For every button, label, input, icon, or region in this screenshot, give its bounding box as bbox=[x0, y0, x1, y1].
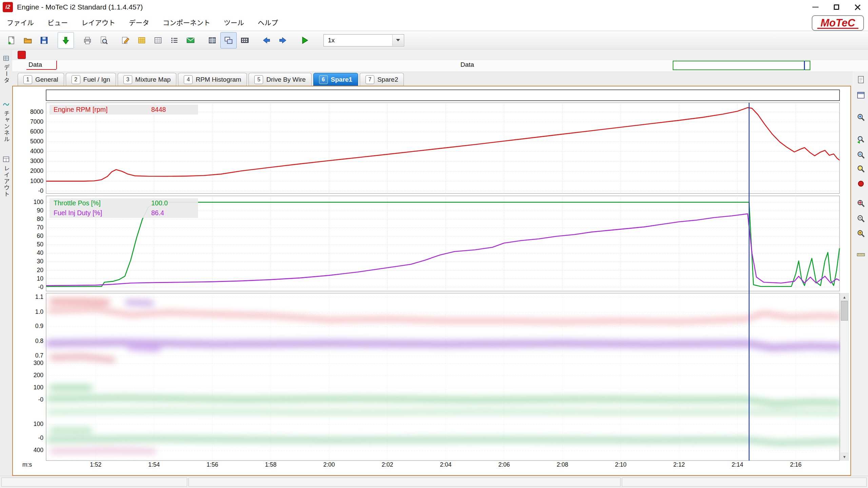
zoom-highlight-icon bbox=[856, 164, 865, 173]
tab-label: Spare2 bbox=[377, 76, 398, 83]
list-view-button[interactable] bbox=[166, 32, 182, 48]
close-button[interactable] bbox=[847, 0, 868, 14]
app-window: i2 Engine - MoTeC i2 Standard (1.1.4.457… bbox=[0, 0, 868, 488]
menu-components[interactable]: コンポーネント bbox=[156, 14, 217, 30]
sidebar-item-label: チャンネル bbox=[2, 110, 11, 143]
measure-button[interactable] bbox=[854, 248, 867, 261]
play-button[interactable] bbox=[296, 32, 313, 48]
y-axis-tick-label: 70 bbox=[14, 224, 43, 231]
fuel-duty-channel-label: Fuel Inj Duty [%] bbox=[50, 209, 151, 217]
zoom-minus-button[interactable] bbox=[854, 212, 867, 225]
menu-view[interactable]: ビュー bbox=[41, 14, 75, 30]
measure-icon bbox=[856, 250, 865, 259]
tab-number-badge: 1 bbox=[23, 75, 32, 84]
sidebar-item-data[interactable]: データ bbox=[0, 55, 12, 84]
playback-speed-select[interactable]: 1x bbox=[323, 34, 404, 46]
blurred-charts-plot-area[interactable] bbox=[46, 293, 840, 461]
windows-layout-icon bbox=[224, 36, 233, 45]
menu-layout[interactable]: レイアウト bbox=[75, 14, 122, 30]
y-axis-tick-label: 7000 bbox=[14, 118, 43, 125]
zoom-out-button[interactable] bbox=[854, 148, 867, 161]
zoom-search-button[interactable] bbox=[854, 227, 867, 240]
nav-forward-button[interactable] bbox=[275, 32, 291, 48]
y-axis-tick-label: 1.0 bbox=[14, 308, 43, 316]
sidebar-item-layout[interactable]: レイアウト bbox=[0, 156, 12, 198]
window-pane-button[interactable] bbox=[854, 89, 867, 102]
toolbar-separator bbox=[52, 33, 58, 48]
status-cell-left bbox=[1, 477, 187, 487]
window-controls bbox=[805, 0, 868, 14]
export-data-button[interactable] bbox=[58, 32, 74, 48]
window-pane-icon bbox=[856, 91, 865, 100]
sidebar-item-label: レイアウト bbox=[2, 165, 11, 198]
scroll-down-icon[interactable]: ▼ bbox=[841, 453, 848, 460]
windows-layout-button[interactable] bbox=[220, 32, 237, 48]
overview-strip[interactable] bbox=[46, 90, 840, 101]
scroll-up-icon[interactable]: ▲ bbox=[841, 293, 848, 301]
dropdown-arrow-icon[interactable] bbox=[392, 35, 403, 46]
edit-button[interactable] bbox=[117, 32, 134, 48]
zoom-highlight-button[interactable] bbox=[854, 162, 867, 175]
zoom-cursor-button[interactable] bbox=[854, 197, 867, 210]
right-pane-title: Data bbox=[460, 61, 474, 68]
tab-fuel-ign[interactable]: 2Fuel / Ign bbox=[66, 73, 116, 86]
menu-help[interactable]: ヘルプ bbox=[251, 14, 285, 30]
tab-rpm-histogram[interactable]: 4RPM Histogram bbox=[178, 73, 247, 86]
y-axis-tick-label: 30 bbox=[14, 258, 43, 265]
bookmark-icon[interactable] bbox=[18, 51, 26, 59]
throttle-fuel-legend: Throttle Pos [%] 100.0 Fuel Inj Duty [%]… bbox=[50, 198, 198, 218]
open-folder-button[interactable] bbox=[20, 32, 36, 48]
time-axis-unit: m:s bbox=[22, 461, 32, 468]
zoom-back-button[interactable] bbox=[854, 133, 867, 146]
toolbar-separator bbox=[199, 33, 204, 48]
filmstrip-icon bbox=[240, 36, 250, 45]
vertical-scrollbar[interactable]: ▲ ▼ bbox=[840, 293, 849, 461]
print-preview-button[interactable] bbox=[96, 32, 112, 48]
blurred-trace bbox=[52, 302, 107, 303]
notes-icon bbox=[856, 75, 865, 84]
menu-file[interactable]: ファイル bbox=[0, 14, 41, 30]
edit-icon bbox=[121, 36, 130, 45]
time-axis-tick-label: 1:58 bbox=[255, 461, 286, 468]
time-axis-tick-label: 2:06 bbox=[489, 461, 519, 468]
left-sidebar: データチャンネルレイアウト bbox=[0, 50, 13, 475]
nav-back-button[interactable] bbox=[258, 32, 275, 48]
wave-icon bbox=[2, 101, 10, 108]
table-dark-button[interactable] bbox=[204, 32, 220, 48]
tab-general[interactable]: 1General bbox=[18, 73, 64, 86]
tab-spare2[interactable]: 7Spare2 bbox=[360, 73, 404, 86]
rpm-legend: Engine RPM [rpm] 8448 bbox=[50, 105, 198, 115]
save-icon bbox=[39, 36, 49, 45]
chart-workspace: Engine RPM [rpm] 8448 Throttle Pos [%] 1… bbox=[12, 86, 851, 476]
values-table-button[interactable] bbox=[134, 32, 150, 48]
restore-button[interactable] bbox=[826, 0, 847, 14]
notes-button[interactable] bbox=[854, 73, 867, 86]
tab-drive-by-wire[interactable]: 5Drive By Wire bbox=[249, 73, 311, 86]
tab-mixture-map[interactable]: 3Mixture Map bbox=[118, 73, 177, 86]
mail-button[interactable] bbox=[182, 32, 199, 48]
print-button[interactable] bbox=[79, 32, 96, 48]
zoom-in-button[interactable] bbox=[854, 111, 867, 124]
record-button[interactable] bbox=[854, 177, 867, 190]
save-button[interactable] bbox=[36, 32, 52, 48]
tab-spare1[interactable]: 6Spare1 bbox=[313, 73, 358, 86]
menu-data[interactable]: データ bbox=[122, 14, 156, 30]
minimize-button[interactable] bbox=[805, 0, 826, 14]
sidebar-item-channels[interactable]: チャンネル bbox=[0, 101, 12, 143]
grid-view-button[interactable] bbox=[150, 32, 166, 48]
zoom-back-icon bbox=[856, 135, 865, 144]
y-axis-tick-label: 5000 bbox=[14, 138, 43, 145]
tab-label: Fuel / Ign bbox=[83, 76, 110, 83]
window-title: Engine - MoTeC i2 Standard (1.1.4.457) bbox=[17, 3, 143, 11]
data-range-selector[interactable] bbox=[673, 61, 810, 70]
y-axis-tick-label: 60 bbox=[14, 232, 43, 240]
menu-tools[interactable]: ツール bbox=[217, 14, 251, 30]
filmstrip-button[interactable] bbox=[237, 32, 253, 48]
y-axis-tick-label: 100 bbox=[14, 384, 43, 391]
time-axis-tick-label: 2:12 bbox=[664, 461, 694, 468]
new-file-button[interactable] bbox=[3, 32, 20, 48]
y-axis-tick-label: 300 bbox=[14, 360, 43, 367]
scrollbar-thumb[interactable] bbox=[841, 301, 848, 321]
record-icon bbox=[856, 179, 865, 188]
range-cursor[interactable] bbox=[804, 61, 805, 70]
